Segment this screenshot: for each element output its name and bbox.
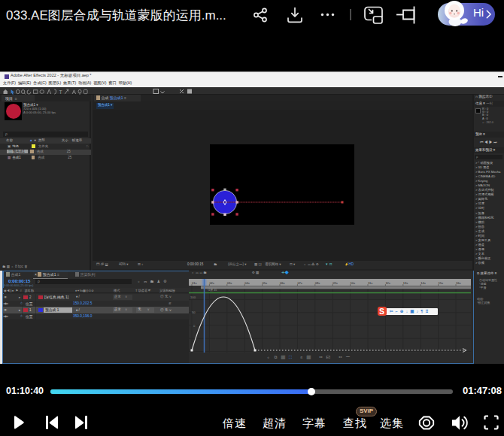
svg-text:06s: 06s bbox=[280, 281, 284, 285]
svg-text:15s: 15s bbox=[439, 281, 443, 285]
svg-text:12s: 12s bbox=[385, 281, 390, 285]
svg-text:01s: 01s bbox=[192, 281, 196, 285]
svg-text:16s: 16s bbox=[456, 281, 460, 285]
svg-text:03s: 03s bbox=[227, 281, 232, 285]
svg-text:100: 100 bbox=[190, 295, 196, 299]
svg-text:14s: 14s bbox=[421, 281, 425, 285]
svg-text:绿屏 45: 绿屏 45 bbox=[208, 289, 217, 292]
svg-text:07s: 07s bbox=[297, 281, 302, 285]
svg-text:05s: 05s bbox=[263, 281, 267, 285]
svg-text:10s: 10s bbox=[351, 281, 355, 285]
svg-text:08s: 08s bbox=[315, 281, 320, 285]
svg-text:02s: 02s bbox=[209, 281, 214, 285]
svg-text:13s: 13s bbox=[403, 281, 408, 285]
svg-text:50: 50 bbox=[192, 310, 196, 314]
svg-text:09s: 09s bbox=[332, 281, 337, 285]
svg-text:T: T bbox=[59, 89, 62, 95]
svg-text:04s: 04s bbox=[244, 281, 249, 285]
svg-text:11s: 11s bbox=[368, 281, 372, 285]
